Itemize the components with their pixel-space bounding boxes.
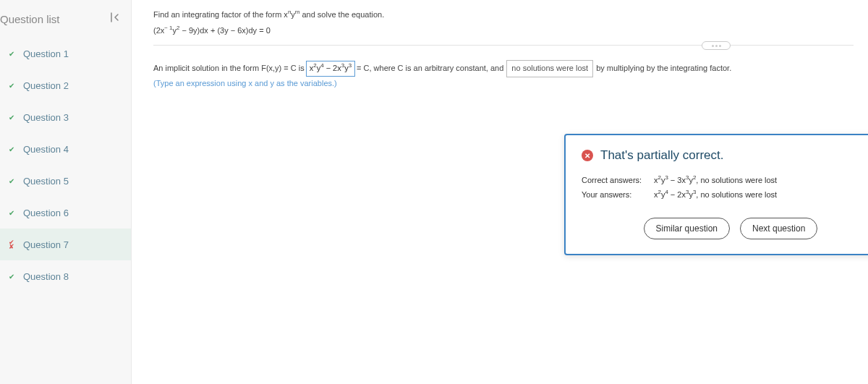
question-item-7[interactable]: ✔✘Question 7 xyxy=(0,229,131,260)
question-item-3[interactable]: ✔Question 3 xyxy=(0,101,131,133)
check-icon: ✔ xyxy=(6,111,17,123)
question-label: Question 4 xyxy=(23,144,69,155)
check-icon: ✔ xyxy=(6,80,17,91)
solution-line: An implicit solution in the form F(x,y) … xyxy=(153,60,854,77)
question-list: ✔Question 1 ✔Question 2 ✔Question 3 ✔Que… xyxy=(0,38,131,292)
check-icon: ✔ xyxy=(6,143,17,155)
question-label: Question 6 xyxy=(23,208,69,218)
question-label: Question 7 xyxy=(23,239,69,250)
sidebar-title: Question list xyxy=(0,13,60,25)
collapse-icon[interactable] xyxy=(106,9,124,29)
feedback-modal: ✕ ✕ That's partially correct. Correct an… xyxy=(564,134,868,255)
question-list-sidebar: Question list ✔Question 1 ✔Question 2 ✔Q… xyxy=(0,0,132,384)
question-label: Question 2 xyxy=(23,80,69,91)
similar-question-button[interactable]: Similar question xyxy=(644,218,730,239)
question-item-2[interactable]: ✔Question 2 xyxy=(0,69,131,101)
type-hint: (Type an expression using x and y as the… xyxy=(153,79,854,88)
more-icon[interactable] xyxy=(702,41,731,50)
problem-equation: (2x− 1y2 − 9y)dx + (3y − 6x)dy = 0 xyxy=(153,26,854,35)
main-content: Find an integrating factor of the form x… xyxy=(132,0,868,384)
partial-icon: ✔✘ xyxy=(6,239,17,250)
answer-input[interactable]: x2y4 − 2x3y3 xyxy=(306,61,355,77)
check-icon: ✔ xyxy=(6,48,17,59)
check-icon: ✔ xyxy=(6,207,17,218)
question-item-8[interactable]: ✔Question 8 xyxy=(0,260,131,292)
question-label: Question 1 xyxy=(23,48,69,59)
problem-prompt: Find an integrating factor of the form x… xyxy=(153,10,854,19)
modal-title: ✕ That's partially correct. xyxy=(582,148,868,163)
solutions-lost-dropdown[interactable]: no solutions were lost xyxy=(506,60,593,77)
check-icon: ✔ xyxy=(6,270,17,282)
error-icon: ✕ xyxy=(582,150,593,161)
next-question-button[interactable]: Next question xyxy=(740,218,817,239)
question-item-5[interactable]: ✔Question 5 xyxy=(0,165,131,197)
question-item-1[interactable]: ✔Question 1 xyxy=(0,38,131,69)
divider xyxy=(153,45,854,46)
question-item-6[interactable]: ✔Question 6 xyxy=(0,197,131,229)
question-label: Question 3 xyxy=(23,112,69,123)
check-icon: ✔ xyxy=(6,175,17,187)
question-label: Question 5 xyxy=(23,176,69,187)
question-label: Question 8 xyxy=(23,271,69,282)
question-item-4[interactable]: ✔Question 4 xyxy=(0,133,131,165)
your-answers-row: Your answers: x2y4 − 2x3y3, no solutions… xyxy=(582,190,868,199)
correct-answers-row: Correct answers: x2y3 − 3x3y2, no soluti… xyxy=(582,176,868,184)
